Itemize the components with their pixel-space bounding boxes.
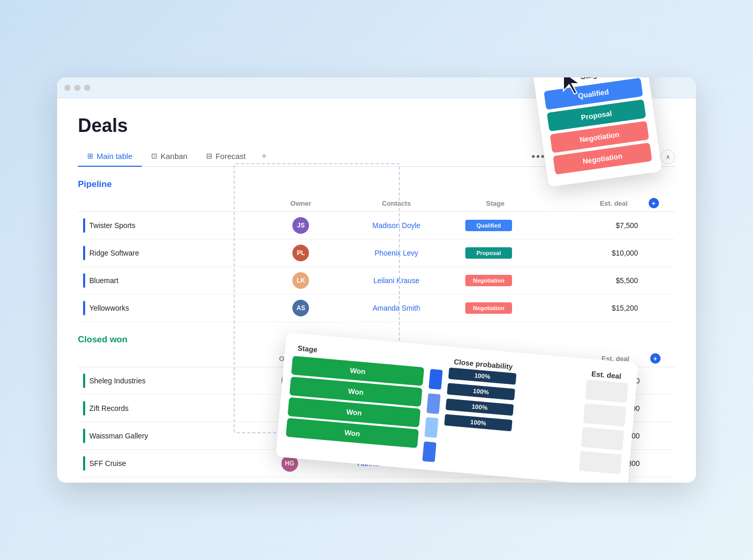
contact-cell[interactable]: Amanda Smith (333, 295, 460, 322)
cursor-pointer (561, 77, 582, 95)
row-action[interactable] (643, 212, 675, 239)
col-name-closed (78, 350, 259, 367)
prob-val-1: 100% (474, 372, 491, 381)
est-deal-cell: $10,000 (556, 239, 643, 267)
row-action[interactable] (643, 239, 675, 267)
svg-marker-0 (563, 77, 580, 94)
col-add-pipeline[interactable]: + (643, 195, 675, 212)
table-row: Yellowworks AS Amanda Smith (78, 295, 675, 322)
deal-bar (83, 246, 85, 260)
est-deal-cell: $15,200 (556, 295, 643, 322)
stage-bar-3 (424, 417, 438, 438)
owner-cell: AS (269, 295, 333, 322)
col-stage-pipeline: Stage (460, 195, 556, 212)
stage-pill: Qualified (465, 220, 512, 231)
traffic-dot-1 (64, 85, 71, 91)
deal-bar (83, 401, 85, 416)
deal-bar (83, 429, 85, 443)
forecast-icon: ⊟ (206, 152, 212, 160)
stage-dropdown-card: Stage Qualified Proposal Negotiation Neg… (532, 77, 662, 187)
stage-cell: Negotiation (460, 295, 556, 322)
contact-cell[interactable]: Leilani Krause (333, 267, 460, 295)
deal-name-cell: Zift Records (78, 395, 259, 422)
row-action[interactable] (645, 422, 675, 450)
deal-name-cell: Twister Sports (78, 212, 269, 239)
prob-bar-won-3: 100% (446, 398, 514, 416)
stage-label: Qualified (476, 222, 501, 229)
contact-cell[interactable]: Phoenix Levy (333, 239, 460, 267)
owner-cell: LK (269, 267, 333, 295)
tab-main-table[interactable]: ⊞ Main table (78, 148, 142, 167)
deal-name: Zift Records (89, 404, 128, 412)
deal-bar (83, 301, 85, 315)
est-col: Est. deal (579, 367, 629, 478)
stage-pill: Negotiation (465, 302, 512, 314)
prob-bar-won-2: 100% (447, 383, 515, 400)
contact-link[interactable]: Leilani Krause (373, 276, 420, 285)
contact-link[interactable]: Amanda Smith (372, 304, 420, 312)
deal-bar (83, 273, 85, 288)
row-action[interactable] (645, 450, 675, 477)
deal-name-cell: Bluemart (78, 267, 269, 295)
est-placeholder-1 (585, 380, 628, 403)
prob-bar-won-4: 100% (444, 414, 512, 431)
tab-kanban[interactable]: ⊡ Kanban (142, 148, 197, 167)
tab-kanban-label: Kanban (160, 152, 187, 161)
stage-pill: Proposal (465, 247, 512, 259)
stage-bar-4 (422, 441, 436, 462)
deal-bar (83, 218, 85, 233)
traffic-dot-3 (84, 85, 90, 91)
prob-val-2: 100% (473, 388, 489, 396)
kanban-icon: ⊡ (151, 152, 157, 160)
deal-name: Sheleg Industries (89, 377, 145, 385)
stage-label: Negotiation (473, 305, 505, 311)
owner-cell: PL (269, 239, 333, 267)
tab-add-button[interactable]: + (255, 147, 273, 166)
avatar: PL (292, 245, 309, 261)
tab-forecast[interactable]: ⊟ Forecast (197, 148, 255, 167)
prob-val-4: 100% (470, 418, 487, 427)
table-row: Ridge Software PL Phoenix Levy (78, 239, 675, 267)
col-est-pipeline: Est. deal (556, 195, 643, 212)
collapse-button[interactable]: ∧ (661, 150, 675, 164)
contact-link[interactable]: Madison Doyle (372, 221, 421, 230)
deal-name: Yellowworks (89, 304, 129, 312)
tab-main-table-label: Main table (97, 152, 132, 161)
row-action[interactable] (643, 267, 675, 295)
deal-name-cell: Sheleg Industries (78, 367, 259, 395)
row-action[interactable] (645, 395, 675, 422)
stage-option-label: Negotiation (579, 130, 620, 144)
stage-pill: Negotiation (465, 275, 512, 286)
prob-col: Close probability 100% 100% 100% 100% (441, 355, 582, 474)
row-action[interactable] (643, 295, 675, 322)
avatar: LK (292, 272, 309, 289)
deal-bar (83, 456, 85, 471)
pipeline-section: Pipeline Owner Contacts Stage Est. deal … (78, 179, 675, 322)
tab-forecast-label: Forecast (216, 152, 246, 161)
stage-option-label: Qualified (577, 87, 610, 100)
more-button[interactable]: ••• (531, 151, 545, 163)
owner-cell: JS (269, 212, 333, 239)
est-placeholder-2 (583, 403, 626, 426)
stage-cell: Negotiation (460, 267, 556, 295)
traffic-dot-2 (74, 85, 80, 91)
row-action[interactable] (645, 367, 675, 395)
stage-bars-col (422, 353, 444, 462)
deal-name: Ridge Software (89, 249, 139, 257)
deal-name-cell: Yellowworks (78, 295, 269, 322)
avatar: AS (292, 300, 309, 316)
stage-won-inner: Stage Won Won Won Won Close probability … (285, 341, 629, 478)
stage-bar-2 (426, 393, 440, 414)
stage-cell: Qualified (460, 212, 556, 239)
est-deal-cell: $5,500 (556, 267, 643, 295)
est-placeholder-3 (581, 427, 624, 450)
table-row: Twister Sports JS Madison Doyle (78, 212, 675, 239)
contact-link[interactable]: Phoenix Levy (374, 249, 418, 257)
contact-cell[interactable]: Madison Doyle (333, 212, 460, 239)
col-add-closed[interactable]: + (645, 350, 675, 367)
stage-option-label: Negotiation (582, 152, 623, 166)
table-row: Bluemart LK Leilani Krause (78, 267, 675, 295)
stage-bar-1 (428, 369, 442, 390)
est-deal-cell: $7,500 (556, 212, 643, 239)
est-placeholder-4 (579, 451, 622, 474)
